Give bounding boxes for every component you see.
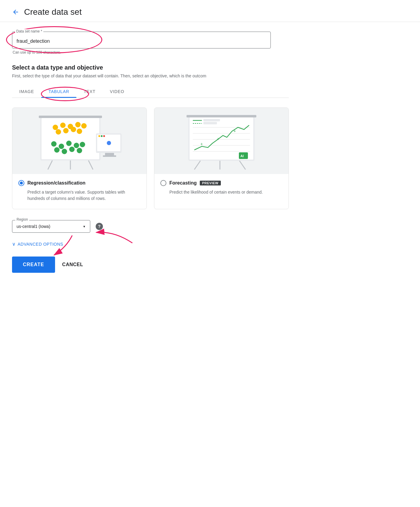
svg-line-36 — [239, 161, 246, 170]
svg-point-18 — [74, 143, 79, 148]
section-desc: First, select the type of data that your… — [12, 73, 289, 78]
dataset-name-input-wrapper: Data set name * — [12, 32, 271, 48]
cards-container: Regression/classification Predict a targ… — [12, 107, 289, 209]
advanced-options-label: ADVANCED OPTIONS — [18, 242, 63, 247]
dataset-name-field: Data set name * Can use up to 128 charac… — [12, 32, 289, 54]
svg-point-28 — [107, 141, 111, 145]
card-regression-body: Regression/classification Predict a targ… — [12, 174, 147, 209]
card-regression[interactable]: Regression/classification Predict a targ… — [12, 107, 147, 209]
svg-point-11 — [56, 129, 61, 135]
actions-section: CREATE CANCEL — [12, 257, 289, 273]
dataset-name-label: Data set name * — [15, 29, 43, 33]
svg-point-21 — [62, 149, 67, 154]
regression-illustration — [31, 111, 128, 171]
forecasting-radio[interactable] — [160, 180, 166, 186]
region-value: us-central1 (Iowa) — [17, 224, 80, 229]
svg-point-15 — [51, 141, 57, 147]
svg-line-3 — [88, 160, 93, 170]
svg-point-9 — [75, 122, 81, 127]
regression-radio[interactable] — [18, 180, 24, 186]
dataset-name-input[interactable] — [12, 32, 271, 48]
svg-point-7 — [60, 123, 66, 128]
back-button[interactable] — [12, 8, 19, 16]
svg-line-2 — [48, 160, 52, 170]
svg-point-31 — [103, 135, 105, 137]
dropdown-arrow-icon: ▼ — [83, 225, 86, 228]
help-icon[interactable]: ? — [96, 223, 103, 230]
tabs-container: IMAGE TABULAR TEXT VIDEO — [12, 86, 289, 98]
svg-point-14 — [77, 129, 82, 134]
svg-rect-34 — [187, 115, 256, 117]
region-section: Region us-central1 (Iowa) ▼ ? — [12, 220, 289, 233]
svg-point-10 — [81, 123, 87, 129]
svg-point-19 — [80, 142, 85, 147]
card-forecasting-image: + + + AI — [154, 108, 289, 174]
chevron-down-icon: ∨ — [12, 241, 16, 247]
tab-text[interactable]: TEXT — [76, 86, 103, 98]
regression-desc: Predict a target column's value. Support… — [27, 189, 141, 202]
svg-point-23 — [77, 148, 82, 153]
main-content: Data set name * Can use up to 128 charac… — [0, 22, 301, 282]
card-regression-image — [12, 108, 147, 174]
tab-video[interactable]: VIDEO — [103, 86, 131, 98]
svg-point-12 — [63, 128, 69, 133]
regression-label: Regression/classification — [27, 180, 85, 186]
svg-point-17 — [66, 141, 72, 146]
svg-text:+: + — [217, 136, 219, 141]
svg-point-16 — [59, 144, 64, 149]
svg-point-22 — [69, 147, 75, 152]
preview-badge: PREVIEW — [200, 181, 221, 185]
svg-text:+: + — [233, 129, 236, 133]
region-select[interactable]: Region us-central1 (Iowa) ▼ — [12, 220, 90, 233]
advanced-options-toggle[interactable]: ∨ ADVANCED OPTIONS — [12, 241, 289, 247]
svg-point-20 — [54, 147, 60, 153]
cancel-button[interactable]: CANCEL — [62, 262, 83, 267]
card-forecasting-body: Forecasting PREVIEW Predict the likeliho… — [154, 174, 289, 203]
svg-text:+: + — [200, 142, 203, 146]
forecasting-illustration: + + + AI — [173, 111, 270, 171]
card-forecasting[interactable]: + + + AI Forecasting PREVIEW Predict the — [154, 107, 289, 209]
svg-rect-41 — [203, 122, 217, 124]
region-label: Region — [15, 217, 29, 222]
svg-point-30 — [101, 135, 103, 137]
svg-point-13 — [71, 127, 76, 132]
regression-option[interactable]: Regression/classification — [18, 180, 141, 186]
page-title: Create data set — [24, 7, 82, 17]
advanced-options-section: ∨ ADVANCED OPTIONS — [12, 241, 289, 247]
svg-rect-27 — [103, 155, 116, 157]
svg-rect-26 — [105, 153, 114, 155]
svg-point-6 — [53, 125, 58, 130]
forecasting-option[interactable]: Forecasting PREVIEW — [160, 180, 283, 186]
svg-line-35 — [194, 161, 200, 170]
create-button[interactable]: CREATE — [12, 257, 55, 273]
tab-tabular[interactable]: TABULAR — [41, 86, 76, 98]
cards-wrapper: Regression/classification Predict a targ… — [12, 107, 289, 209]
forecasting-desc: Predict the likelihood of certain events… — [169, 189, 283, 195]
forecasting-label: Forecasting — [169, 180, 197, 186]
svg-text:AI: AI — [240, 154, 244, 158]
svg-rect-40 — [203, 119, 220, 121]
section-title: Select a data type and objective — [12, 64, 289, 71]
svg-rect-5 — [39, 116, 102, 118]
dataset-name-hint: Can use up to 128 characters. — [13, 50, 289, 54]
tab-image[interactable]: IMAGE — [12, 86, 41, 98]
svg-point-29 — [98, 135, 100, 137]
page-header: Create data set — [0, 0, 420, 22]
